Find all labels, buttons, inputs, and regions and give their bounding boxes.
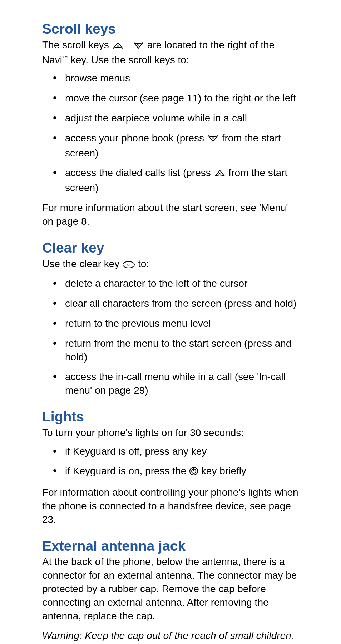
section-external-antenna-jack: External antenna jack At the back of the… (42, 539, 299, 643)
trademark-symbol: ™ (62, 54, 68, 60)
list-item: clear all characters from the screen (pr… (55, 297, 299, 310)
list-item: access the in-call menu while in a call … (55, 370, 299, 397)
text-fragment: access the dialed calls list (press (65, 167, 214, 178)
svg-text:c: c (127, 262, 130, 267)
list-item: return to the previous menu level (55, 317, 299, 330)
scroll-down-icon (132, 40, 144, 53)
intro-lights: To turn your phone's lights on for 30 se… (42, 426, 299, 440)
manual-page: Scroll keys The scroll keys are located … (0, 0, 341, 644)
scroll-down-icon (207, 133, 219, 146)
list-item: adjust the earpiece volume while in a ca… (55, 111, 299, 125)
intro-clear-key: Use the clear key c to: (42, 257, 299, 272)
list-item: if Keyguard is off, press any key (55, 445, 299, 458)
scroll-up-icon (112, 40, 124, 53)
text-fragment: Use the clear key (42, 258, 122, 269)
intro-scroll-keys: The scroll keys are located to the right… (42, 38, 299, 67)
warning-antenna: Warning: Keep the cap out of the reach o… (42, 629, 299, 643)
list-item: access your phone book (press from the s… (55, 131, 299, 160)
text-fragment: The scroll keys (42, 39, 112, 50)
list-item: move the cursor (see page 11) to the rig… (55, 91, 299, 105)
clear-key-icon: c (122, 259, 135, 272)
body-antenna: At the back of the phone, below the ante… (42, 555, 299, 623)
power-key-icon (189, 466, 198, 479)
bullet-list-scroll: browse menus move the cursor (see page 1… (42, 71, 299, 195)
section-lights: Lights To turn your phone's lights on fo… (42, 409, 299, 526)
list-item: if Keyguard is on, press the key briefly (55, 464, 299, 479)
bullet-list-lights: if Keyguard is off, press any key if Key… (42, 445, 299, 480)
section-clear-key: Clear key Use the clear key c to: delete… (42, 240, 299, 397)
heading-scroll-keys: Scroll keys (42, 21, 299, 37)
text-fragment: key briefly (201, 465, 246, 476)
outro-lights: For information about controlling your p… (42, 486, 299, 526)
text-fragment: key. Use the scroll keys to: (68, 54, 189, 65)
section-scroll-keys: Scroll keys The scroll keys are located … (42, 21, 299, 228)
list-item: return from the menu to the start screen… (55, 337, 299, 364)
bullet-list-clear: delete a character to the left of the cu… (42, 277, 299, 397)
scroll-up-icon (214, 168, 226, 181)
heading-antenna: External antenna jack (42, 539, 299, 554)
list-item: access the dialed calls list (press from… (55, 166, 299, 195)
heading-clear-key: Clear key (42, 240, 299, 256)
outro-scroll-keys: For more information about the start scr… (42, 201, 299, 228)
list-item: browse menus (55, 71, 299, 85)
heading-lights: Lights (42, 409, 299, 425)
text-fragment: if Keyguard is on, press the (65, 465, 189, 476)
text-fragment: to: (138, 258, 149, 269)
text-fragment: access your phone book (press (65, 133, 207, 144)
list-item: delete a character to the left of the cu… (55, 277, 299, 290)
